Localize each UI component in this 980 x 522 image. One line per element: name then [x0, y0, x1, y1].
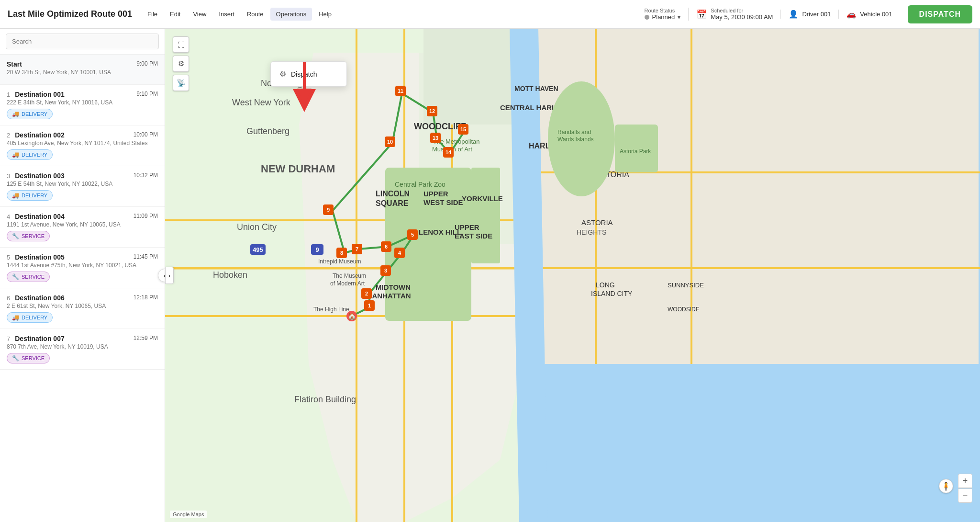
svg-text:The High Line: The High Line: [313, 306, 349, 313]
layers-button[interactable]: 📡: [173, 75, 189, 91]
sidebar: Start 9:00 PM 20 W 34th St, New York, NY…: [0, 29, 165, 522]
status-dot: [645, 15, 649, 20]
driver-label: Driver 001: [802, 11, 831, 18]
map-container[interactable]: ⚙ Dispatch: [165, 29, 980, 522]
stop-badge: 🚚 DELIVERY: [7, 312, 53, 323]
svg-text:Flatiron Building: Flatiron Building: [294, 395, 356, 404]
zoom-out-button[interactable]: −: [958, 488, 972, 503]
stop-name: Destination 004: [15, 213, 64, 220]
route-status-value: Planned ▾: [645, 13, 681, 21]
menu-item-insert[interactable]: Insert: [213, 8, 240, 21]
vehicle-label: Vehicle 001: [860, 11, 892, 18]
menu-item-help[interactable]: Help: [313, 8, 337, 21]
map-controls: ⛶ ⚙ 📡: [173, 36, 189, 91]
stop-number: 1: [7, 91, 10, 98]
svg-text:ASTORIA: ASTORIA: [581, 218, 613, 227]
menu-item-operations[interactable]: Operations: [270, 8, 312, 21]
status-dropdown[interactable]: ▾: [678, 14, 680, 21]
svg-text:Union City: Union City: [237, 222, 277, 232]
svg-text:Wards Islands: Wards Islands: [557, 136, 594, 143]
svg-text:The Museum: The Museum: [333, 272, 366, 279]
svg-rect-14: [471, 168, 500, 263]
stop-number: 4: [7, 213, 10, 220]
svg-text:WEST SIDE: WEST SIDE: [423, 198, 463, 206]
route-list-item[interactable]: 7 Destination 007 12:59 PM 870 7th Ave, …: [0, 329, 165, 370]
stop-address: 125 E 54th St, New York, NY 10022, USA: [7, 181, 158, 187]
svg-text:HEIGHTS: HEIGHTS: [577, 228, 606, 236]
menu-item-file[interactable]: File: [142, 8, 163, 21]
svg-text:Astoria Park: Astoria Park: [620, 148, 651, 155]
map-background: NEW DURHAM Union City Hoboken Guttenberg…: [165, 29, 980, 522]
stop-badge: 🚚 DELIVERY: [7, 109, 53, 119]
svg-text:NEW DURHAM: NEW DURHAM: [261, 163, 335, 175]
vehicle-block[interactable]: 🚗 Vehicle 001: [838, 10, 892, 19]
badge-icon: 🚚: [12, 192, 19, 199]
route-list-item[interactable]: 3 Destination 003 10:32 PM 125 E 54th St…: [0, 166, 165, 207]
stop-time: 9:00 PM: [136, 60, 158, 67]
menu-item-edit[interactable]: Edit: [164, 8, 186, 21]
vehicle-icon: 🚗: [846, 10, 856, 19]
settings-button[interactable]: ⚙: [173, 56, 189, 72]
stop-address: 1444 1st Avenue #75th, New York, NY 1002…: [7, 262, 158, 269]
route-list-item[interactable]: 2 Destination 002 10:00 PM 405 Lexington…: [0, 125, 165, 166]
svg-rect-16: [524, 29, 979, 364]
stop-name: Destination 002: [15, 131, 64, 139]
map-edge-collapse[interactable]: ›: [165, 267, 174, 284]
route-list-item[interactable]: 4 Destination 004 11:09 PM 1191 1st Aven…: [0, 207, 165, 248]
stop-name: Start: [7, 60, 22, 68]
stop-address: 1191 1st Avenue, New York, NY 10065, USA: [7, 221, 158, 228]
menu-item-route[interactable]: Route: [241, 8, 269, 21]
stop-name: Destination 006: [15, 294, 64, 302]
badge-icon: 🚚: [12, 151, 19, 158]
stop-address: 222 E 34th St, New York, NY 10016, USA: [7, 99, 158, 106]
svg-text:ISLAND CITY: ISLAND CITY: [591, 290, 633, 297]
fullscreen-button[interactable]: ⛶: [173, 36, 189, 53]
search-bar: [0, 29, 165, 55]
stop-name: Destination 001: [15, 91, 64, 98]
stop-name: Destination 007: [15, 335, 64, 342]
search-input[interactable]: [6, 34, 159, 49]
dispatch-menu-item[interactable]: ⚙ Dispatch: [271, 65, 346, 83]
main-layout: Start 9:00 PM 20 W 34th St, New York, NY…: [0, 29, 980, 522]
route-status-block: Route Status Planned ▾: [645, 8, 681, 21]
driver-block[interactable]: 👤 Driver 001: [780, 10, 831, 19]
route-list-item[interactable]: 5 Destination 005 11:45 PM 1444 1st Aven…: [0, 248, 165, 288]
route-status-label: Route Status: [645, 8, 675, 13]
badge-icon: 🔧: [12, 233, 19, 239]
street-view-button[interactable]: 🧍: [939, 479, 953, 493]
status-text: Planned: [652, 13, 675, 21]
dispatch-menu-label: Dispatch: [291, 70, 317, 78]
svg-text:WOODCLIFF: WOODCLIFF: [414, 122, 466, 131]
stop-number: 6: [7, 295, 10, 302]
scheduled-value: May 5, 2030 09:00 AM: [711, 13, 773, 21]
stop-time: 10:00 PM: [134, 131, 158, 138]
svg-text:LINCOLN: LINCOLN: [376, 190, 410, 198]
svg-text:9: 9: [315, 246, 319, 253]
route-meta: Route Status Planned ▾ 📅 Scheduled for M…: [645, 5, 972, 23]
route-list: Start 9:00 PM 20 W 34th St, New York, NY…: [0, 55, 165, 522]
svg-text:Museum of Art: Museum of Art: [432, 146, 472, 153]
dispatch-button[interactable]: DISPATCH: [908, 5, 972, 23]
zoom-in-button[interactable]: +: [958, 474, 972, 488]
route-list-item[interactable]: Start 9:00 PM 20 W 34th St, New York, NY…: [0, 55, 165, 85]
route-list-item[interactable]: 6 Destination 006 12:18 PM 2 E 61st St, …: [0, 288, 165, 329]
svg-text:of Modern Art: of Modern Art: [330, 280, 365, 287]
route-list-item[interactable]: 1 Destination 001 9:10 PM 222 E 34th St,…: [0, 85, 165, 125]
svg-text:LENOX HILL: LENOX HILL: [419, 228, 461, 236]
stop-time: 12:18 PM: [134, 294, 158, 301]
stop-number: 5: [7, 254, 10, 261]
menu-item-view[interactable]: View: [187, 8, 212, 21]
stop-time: 10:32 PM: [134, 172, 158, 179]
dispatch-menu-icon: ⚙: [279, 69, 286, 79]
stop-name: Destination 003: [15, 172, 64, 180]
svg-text:YORKVILLE: YORKVILLE: [462, 194, 503, 203]
badge-icon: 🔧: [12, 273, 19, 280]
svg-text:Central Park Zoo: Central Park Zoo: [395, 181, 445, 188]
svg-text:SQUARE: SQUARE: [376, 199, 409, 207]
badge-icon: 🔧: [12, 355, 19, 362]
app-title: Last Mile Optimized Route 001: [8, 9, 132, 19]
svg-text:MANHATTAN: MANHATTAN: [366, 292, 411, 300]
stop-badge: 🔧 SERVICE: [7, 353, 50, 363]
svg-text:495: 495: [253, 246, 263, 253]
stop-address: 405 Lexington Ave, New York, NY 10174, U…: [7, 140, 158, 147]
